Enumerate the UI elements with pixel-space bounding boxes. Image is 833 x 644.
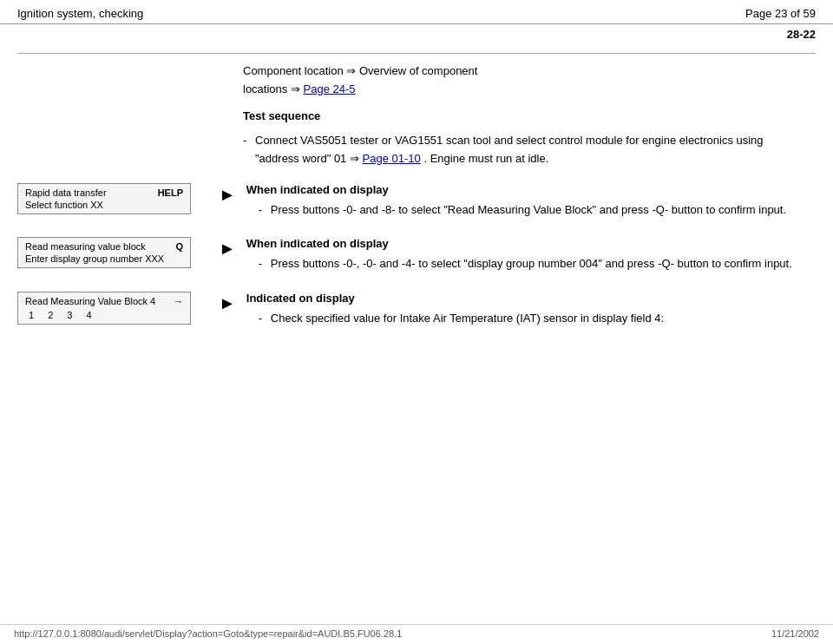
page-header: Ignition system, checking Page 23 of 59 [0, 0, 833, 24]
help-label: HELP [158, 187, 183, 198]
screen-box-2-row1: Read measuring value block Q [25, 241, 183, 252]
rapid-transfer-label: Rapid data transfer [25, 187, 107, 198]
section3-bullet: Check specified value for Intake Air Tem… [259, 310, 816, 327]
section1-arrow: ► [219, 185, 236, 205]
test-sequence-label: Test sequence [243, 108, 807, 126]
section1-bullet: Press buttons -0- and -8- to select "Rea… [259, 201, 816, 219]
screen-box-1: Rapid data transfer HELP Select function… [17, 183, 191, 214]
section2-when-label: When indicated on display [246, 237, 816, 250]
page-footer: http://127.0.0.1:8080/audi/servlet/Displ… [0, 624, 833, 639]
footer-date: 11/21/2002 [771, 628, 819, 639]
section1-left: Rapid data transfer HELP Select function… [17, 183, 208, 214]
section2-bullet: Press buttons -0-, -0- and -4- to select… [259, 255, 816, 273]
section1-when-label: When indicated on display [246, 183, 816, 196]
top-separator [17, 53, 816, 54]
section2-bullet-list: Press buttons -0-, -0- and -4- to select… [259, 255, 816, 273]
test-desc-list: Connect VAS5051 tester or VAG1551 scan t… [243, 132, 807, 167]
enter-group-label: Enter display group number XXX [25, 253, 183, 264]
select-function-label: Select function XX [25, 200, 183, 210]
page-01-10-link[interactable]: Page 01-10 [363, 152, 421, 165]
num-2: 2 [48, 310, 53, 320]
section1-right: When indicated on display Press buttons … [246, 183, 816, 222]
section3-bullet-list: Check specified value for Intake Air Tem… [259, 310, 816, 327]
page-number-box: 28-22 [0, 24, 833, 48]
read-block-arrow-icon: → [174, 296, 183, 306]
section3-arrow: ► [219, 293, 236, 313]
test-desc-item: Connect VAS5051 tester or VAG1551 scan t… [243, 132, 807, 167]
q-label: Q [175, 241, 183, 252]
section1-group: Rapid data transfer HELP Select function… [0, 183, 833, 222]
read-block-title: Read Measuring Value Block 4 [25, 296, 155, 306]
section1-bullet-list: Press buttons -0- and -8- to select "Rea… [259, 201, 816, 219]
read-block-numbers: 1 2 3 4 [25, 310, 183, 320]
screen-box-2: Read measuring value block Q Enter displ… [17, 237, 191, 268]
section2-group: Read measuring value block Q Enter displ… [0, 237, 833, 276]
component-location-text: Component location ⇒ Overview of compone… [243, 62, 807, 99]
section3-right: Indicated on display Check specified val… [246, 292, 816, 331]
num-1: 1 [29, 310, 34, 320]
section2-left: Read measuring value block Q Enter displ… [17, 237, 208, 268]
section2-right: When indicated on display Press buttons … [246, 237, 816, 276]
section3-left: Read Measuring Value Block 4 → 1 2 3 4 [17, 292, 208, 325]
header-title: Ignition system, checking [17, 7, 143, 20]
section3-indicated-label: Indicated on display [246, 292, 816, 305]
read-measuring-label: Read measuring value block [25, 241, 146, 252]
top-section: Component location ⇒ Overview of compone… [0, 62, 833, 183]
read-block-title-row: Read Measuring Value Block 4 → [25, 296, 183, 306]
read-block-box: Read Measuring Value Block 4 → 1 2 3 4 [17, 292, 191, 325]
section2-arrow: ► [219, 239, 236, 259]
section3-group: Read Measuring Value Block 4 → 1 2 3 4 ►… [0, 292, 833, 331]
screen-box-1-row1: Rapid data transfer HELP [25, 187, 183, 198]
footer-url: http://127.0.0.1:8080/audi/servlet/Displ… [14, 628, 402, 639]
num-4: 4 [86, 310, 91, 320]
num-3: 3 [67, 310, 72, 320]
page-24-5-link[interactable]: Page 24-5 [304, 82, 356, 95]
header-page: Page 23 of 59 [745, 7, 816, 20]
